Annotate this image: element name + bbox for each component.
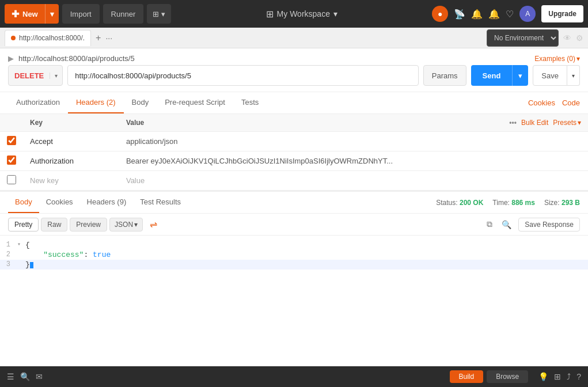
- key-column-header: Key: [23, 114, 119, 132]
- build-button[interactable]: Build: [450, 370, 484, 383]
- tab-prerequest[interactable]: Pre-request Script: [157, 92, 233, 113]
- request-tab[interactable]: http://localhost:8000/.: [5, 30, 91, 46]
- help-icon[interactable]: ?: [576, 372, 581, 381]
- tab-headers[interactable]: Headers (2): [68, 92, 124, 113]
- chevron-down-icon: ▾: [576, 55, 580, 63]
- cookies-link[interactable]: Cookies: [528, 98, 555, 107]
- more-tabs-button[interactable]: ···: [105, 33, 112, 43]
- breadcrumb-bar: ▶ http://localhost:8000/api/products/5 E…: [8, 54, 580, 63]
- header-row-1-key[interactable]: Accept: [23, 132, 119, 151]
- collapse-arrow-icon[interactable]: ▾: [17, 241, 25, 248]
- copy-icon[interactable]: ⧉: [484, 217, 495, 232]
- heart-icon[interactable]: ♡: [506, 9, 514, 20]
- settings-icon[interactable]: ⚙: [576, 33, 583, 43]
- import-button[interactable]: Import: [62, 4, 100, 24]
- save-response-button[interactable]: Save Response: [518, 218, 580, 232]
- sidebar-toggle-icon[interactable]: ☰: [7, 372, 14, 381]
- add-tab-button[interactable]: +: [93, 33, 103, 43]
- plus-icon: ✚: [12, 9, 19, 20]
- headers-table: Key Value ••• Bulk Edit Presets ▾: [0, 114, 588, 190]
- header-row-2-key[interactable]: Authorization: [23, 151, 119, 171]
- code-key: "success": [25, 251, 84, 259]
- bottom-icons-right: 💡 ⊞ ⤴ ?: [538, 372, 581, 381]
- new-key-placeholder: New key: [30, 176, 59, 185]
- send-dropdown-button[interactable]: ▾: [512, 65, 528, 86]
- resp-tab-headers[interactable]: Headers (9): [80, 192, 134, 213]
- save-button[interactable]: Save: [533, 65, 567, 86]
- time-value: 886 ms: [511, 199, 535, 207]
- environment-selector[interactable]: No Environment: [487, 29, 559, 47]
- runner-button[interactable]: Runner: [103, 4, 144, 24]
- new-button[interactable]: ✚ New ▾: [5, 4, 59, 24]
- layout-dropdown: ▾: [161, 10, 165, 18]
- presets-chevron-icon: ▾: [578, 119, 581, 127]
- layout-button[interactable]: ⊞ ▾: [147, 4, 171, 24]
- resp-tab-test-results[interactable]: Test Results: [133, 192, 188, 213]
- satellite-icon[interactable]: 📡: [454, 9, 465, 20]
- code-brace-close: }: [25, 260, 30, 269]
- table-row: Accept application/json: [0, 132, 588, 151]
- value-column-header: Value ••• Bulk Edit Presets ▾: [119, 114, 588, 132]
- table-more-icon[interactable]: •••: [509, 119, 517, 127]
- params-button[interactable]: Params: [423, 65, 466, 86]
- browse-button[interactable]: Browse: [487, 370, 528, 383]
- header-row-2-checkbox[interactable]: [7, 155, 16, 165]
- code-link[interactable]: Code: [562, 98, 580, 107]
- code-line-3: 3 }|: [0, 260, 588, 270]
- search-icon[interactable]: 🔍: [499, 218, 514, 232]
- response-section: Body Cookies Headers (9) Test Results St…: [0, 190, 588, 366]
- new-value-placeholder: Value: [126, 176, 145, 185]
- tab-authorization[interactable]: Authorization: [8, 92, 68, 113]
- header-row-1-checkbox[interactable]: [7, 136, 16, 145]
- header-row-1-value[interactable]: application/json: [119, 132, 588, 151]
- code-value: true: [93, 251, 111, 259]
- format-raw-button[interactable]: Raw: [41, 218, 67, 232]
- request-method-row: DELETE ▾ Params Send ▾ Save ▾: [8, 65, 580, 86]
- format-json-selector[interactable]: JSON ▾: [109, 218, 143, 232]
- notification-icon[interactable]: 🔔: [471, 9, 483, 20]
- resp-tab-cookies[interactable]: Cookies: [39, 192, 80, 213]
- response-status-bar: Status: 200 OK Time: 886 ms Size: 293 B: [436, 199, 580, 207]
- header-row-2-value[interactable]: Bearer eyJ0eXAiOiJKV1QiLCJhbGciOiJSUzI1N…: [119, 151, 588, 171]
- breadcrumb: http://localhost:8000/api/products/5: [18, 54, 135, 63]
- code-line-1: 1 ▾ {: [0, 240, 588, 250]
- presets-button[interactable]: Presets ▾: [553, 119, 581, 127]
- main-content: http://localhost:8000/. + ··· No Environ…: [0, 28, 588, 366]
- mail-icon[interactable]: ✉: [36, 372, 43, 381]
- avatar[interactable]: A: [519, 6, 536, 22]
- workspace-switcher[interactable]: ⊞ My Workspace ▾: [266, 9, 337, 20]
- share-icon[interactable]: ⤴: [567, 372, 571, 381]
- checkbox-column-header: [0, 114, 23, 132]
- search-bottom-icon[interactable]: 🔍: [20, 372, 30, 381]
- tab-tests[interactable]: Tests: [233, 92, 267, 113]
- headers-panel: Key Value ••• Bulk Edit Presets ▾: [0, 114, 588, 190]
- format-preview-button[interactable]: Preview: [70, 218, 107, 232]
- send-button[interactable]: Send: [471, 65, 513, 86]
- size-value: 293 B: [562, 199, 580, 207]
- examples-link[interactable]: Examples (0) ▾: [534, 55, 580, 63]
- url-input[interactable]: [67, 65, 418, 86]
- resp-tab-body[interactable]: Body: [8, 192, 39, 213]
- upgrade-button[interactable]: Upgrade: [541, 5, 583, 22]
- eye-icon[interactable]: 👁: [563, 33, 571, 43]
- top-navigation: ✚ New ▾ Import Runner ⊞ ▾ ⊞ My Workspace…: [0, 0, 588, 28]
- workspace-label: My Workspace: [277, 9, 330, 18]
- bulk-edit-button[interactable]: Bulk Edit: [521, 119, 548, 127]
- wrap-icon[interactable]: ⇌: [150, 219, 157, 230]
- layout-bottom-icon[interactable]: ⊞: [554, 372, 561, 381]
- layout-icon: ⊞: [153, 10, 159, 18]
- request-tabs: Authorization Headers (2) Body Pre-reque…: [0, 92, 588, 114]
- tab-body[interactable]: Body: [124, 92, 157, 113]
- tab-label: http://localhost:8000/.: [19, 34, 85, 42]
- bulb-icon[interactable]: 💡: [538, 372, 548, 381]
- method-selector[interactable]: DELETE ▾: [8, 65, 63, 86]
- new-button-dropdown[interactable]: ▾: [45, 4, 59, 24]
- save-dropdown-button[interactable]: ▾: [567, 65, 580, 86]
- bottom-bar: ☰ 🔍 ✉ Build Browse 💡 ⊞ ⤴ ?: [0, 366, 588, 387]
- header-new-checkbox[interactable]: [7, 175, 16, 184]
- postman-logo-icon: ●: [432, 6, 448, 22]
- format-pretty-button[interactable]: Pretty: [8, 218, 39, 232]
- bell-icon[interactable]: 🔔: [488, 9, 500, 20]
- method-label: DELETE: [9, 71, 50, 80]
- breadcrumb-arrow-icon: ▶: [8, 54, 14, 63]
